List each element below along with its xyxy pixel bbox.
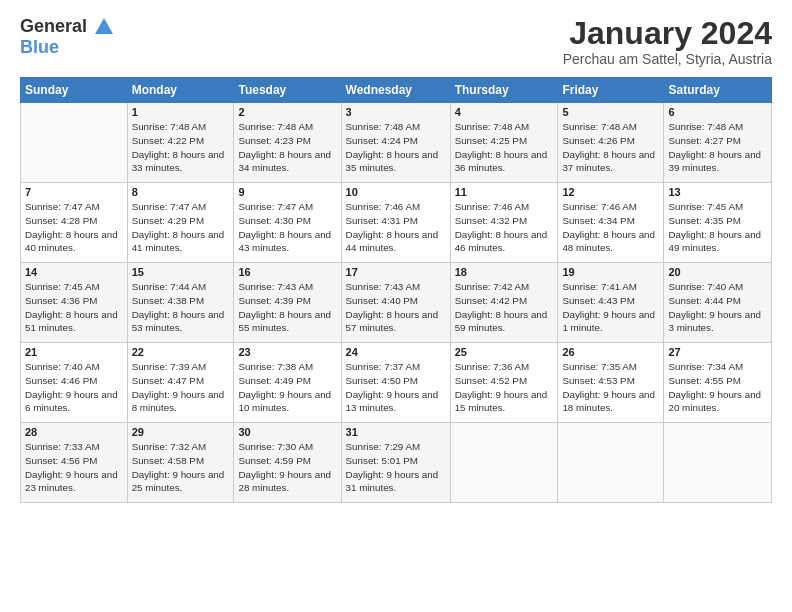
calendar-header-row: SundayMondayTuesdayWednesdayThursdayFrid…	[21, 78, 772, 103]
day-info: Sunrise: 7:30 AM Sunset: 4:59 PM Dayligh…	[238, 440, 336, 495]
sunset-text: Sunset: 4:28 PM	[25, 215, 97, 226]
calendar-header-thursday: Thursday	[450, 78, 558, 103]
calendar-cell	[21, 103, 128, 183]
day-number: 13	[668, 186, 767, 198]
daylight-text: Daylight: 9 hours and 23 minutes.	[25, 469, 118, 494]
day-number: 9	[238, 186, 336, 198]
day-number: 20	[668, 266, 767, 278]
day-number: 11	[455, 186, 554, 198]
calendar-cell: 10 Sunrise: 7:46 AM Sunset: 4:31 PM Dayl…	[341, 183, 450, 263]
daylight-text: Daylight: 8 hours and 41 minutes.	[132, 229, 225, 254]
sunrise-text: Sunrise: 7:46 AM	[346, 201, 421, 212]
day-number: 17	[346, 266, 446, 278]
day-number: 19	[562, 266, 659, 278]
calendar-cell: 12 Sunrise: 7:46 AM Sunset: 4:34 PM Dayl…	[558, 183, 664, 263]
sunset-text: Sunset: 4:50 PM	[346, 375, 418, 386]
sunrise-text: Sunrise: 7:35 AM	[562, 361, 637, 372]
calendar-cell: 15 Sunrise: 7:44 AM Sunset: 4:38 PM Dayl…	[127, 263, 234, 343]
calendar-cell: 28 Sunrise: 7:33 AM Sunset: 4:56 PM Dayl…	[21, 423, 128, 503]
daylight-text: Daylight: 8 hours and 40 minutes.	[25, 229, 118, 254]
calendar-week-1: 7 Sunrise: 7:47 AM Sunset: 4:28 PM Dayli…	[21, 183, 772, 263]
sunset-text: Sunset: 4:34 PM	[562, 215, 634, 226]
daylight-text: Daylight: 8 hours and 37 minutes.	[562, 149, 655, 174]
daylight-text: Daylight: 8 hours and 46 minutes.	[455, 229, 548, 254]
sunset-text: Sunset: 4:53 PM	[562, 375, 634, 386]
calendar-cell: 2 Sunrise: 7:48 AM Sunset: 4:23 PM Dayli…	[234, 103, 341, 183]
sunrise-text: Sunrise: 7:40 AM	[25, 361, 100, 372]
sunrise-text: Sunrise: 7:48 AM	[346, 121, 421, 132]
daylight-text: Daylight: 9 hours and 6 minutes.	[25, 389, 118, 414]
daylight-text: Daylight: 8 hours and 33 minutes.	[132, 149, 225, 174]
sunset-text: Sunset: 4:22 PM	[132, 135, 204, 146]
sunset-text: Sunset: 4:44 PM	[668, 295, 740, 306]
day-info: Sunrise: 7:48 AM Sunset: 4:22 PM Dayligh…	[132, 120, 230, 175]
day-number: 7	[25, 186, 123, 198]
calendar-cell: 30 Sunrise: 7:30 AM Sunset: 4:59 PM Dayl…	[234, 423, 341, 503]
day-info: Sunrise: 7:48 AM Sunset: 4:24 PM Dayligh…	[346, 120, 446, 175]
daylight-text: Daylight: 8 hours and 55 minutes.	[238, 309, 331, 334]
sunset-text: Sunset: 4:27 PM	[668, 135, 740, 146]
day-info: Sunrise: 7:43 AM Sunset: 4:40 PM Dayligh…	[346, 280, 446, 335]
daylight-text: Daylight: 8 hours and 57 minutes.	[346, 309, 439, 334]
month-year: January 2024	[563, 16, 772, 51]
sunrise-text: Sunrise: 7:48 AM	[668, 121, 743, 132]
calendar-cell	[664, 423, 772, 503]
calendar-cell: 14 Sunrise: 7:45 AM Sunset: 4:36 PM Dayl…	[21, 263, 128, 343]
calendar-cell: 27 Sunrise: 7:34 AM Sunset: 4:55 PM Dayl…	[664, 343, 772, 423]
day-number: 6	[668, 106, 767, 118]
sunrise-text: Sunrise: 7:47 AM	[25, 201, 100, 212]
calendar-cell: 25 Sunrise: 7:36 AM Sunset: 4:52 PM Dayl…	[450, 343, 558, 423]
logo-icon	[93, 16, 115, 38]
day-number: 10	[346, 186, 446, 198]
day-info: Sunrise: 7:33 AM Sunset: 4:56 PM Dayligh…	[25, 440, 123, 495]
day-number: 23	[238, 346, 336, 358]
daylight-text: Daylight: 9 hours and 10 minutes.	[238, 389, 331, 414]
calendar-cell: 22 Sunrise: 7:39 AM Sunset: 4:47 PM Dayl…	[127, 343, 234, 423]
day-number: 28	[25, 426, 123, 438]
calendar-cell: 7 Sunrise: 7:47 AM Sunset: 4:28 PM Dayli…	[21, 183, 128, 263]
sunrise-text: Sunrise: 7:45 AM	[25, 281, 100, 292]
sunset-text: Sunset: 4:58 PM	[132, 455, 204, 466]
day-number: 21	[25, 346, 123, 358]
sunrise-text: Sunrise: 7:45 AM	[668, 201, 743, 212]
day-number: 16	[238, 266, 336, 278]
sunset-text: Sunset: 4:26 PM	[562, 135, 634, 146]
calendar-cell: 17 Sunrise: 7:43 AM Sunset: 4:40 PM Dayl…	[341, 263, 450, 343]
sunrise-text: Sunrise: 7:34 AM	[668, 361, 743, 372]
sunrise-text: Sunrise: 7:42 AM	[455, 281, 530, 292]
daylight-text: Daylight: 9 hours and 15 minutes.	[455, 389, 548, 414]
day-info: Sunrise: 7:32 AM Sunset: 4:58 PM Dayligh…	[132, 440, 230, 495]
daylight-text: Daylight: 8 hours and 51 minutes.	[25, 309, 118, 334]
daylight-text: Daylight: 8 hours and 34 minutes.	[238, 149, 331, 174]
day-number: 3	[346, 106, 446, 118]
day-number: 24	[346, 346, 446, 358]
sunset-text: Sunset: 4:25 PM	[455, 135, 527, 146]
sunrise-text: Sunrise: 7:46 AM	[562, 201, 637, 212]
sunset-text: Sunset: 4:23 PM	[238, 135, 310, 146]
daylight-text: Daylight: 9 hours and 28 minutes.	[238, 469, 331, 494]
sunset-text: Sunset: 4:36 PM	[25, 295, 97, 306]
day-number: 1	[132, 106, 230, 118]
sunrise-text: Sunrise: 7:39 AM	[132, 361, 207, 372]
day-number: 2	[238, 106, 336, 118]
calendar-cell: 20 Sunrise: 7:40 AM Sunset: 4:44 PM Dayl…	[664, 263, 772, 343]
daylight-text: Daylight: 9 hours and 18 minutes.	[562, 389, 655, 414]
calendar-cell: 6 Sunrise: 7:48 AM Sunset: 4:27 PM Dayli…	[664, 103, 772, 183]
calendar-cell: 5 Sunrise: 7:48 AM Sunset: 4:26 PM Dayli…	[558, 103, 664, 183]
day-number: 4	[455, 106, 554, 118]
sunrise-text: Sunrise: 7:30 AM	[238, 441, 313, 452]
sunset-text: Sunset: 4:43 PM	[562, 295, 634, 306]
svg-marker-0	[95, 18, 113, 34]
day-info: Sunrise: 7:47 AM Sunset: 4:30 PM Dayligh…	[238, 200, 336, 255]
logo-blue: Blue	[20, 38, 116, 56]
day-number: 15	[132, 266, 230, 278]
calendar-cell: 19 Sunrise: 7:41 AM Sunset: 4:43 PM Dayl…	[558, 263, 664, 343]
day-info: Sunrise: 7:35 AM Sunset: 4:53 PM Dayligh…	[562, 360, 659, 415]
sunrise-text: Sunrise: 7:47 AM	[238, 201, 313, 212]
daylight-text: Daylight: 8 hours and 59 minutes.	[455, 309, 548, 334]
daylight-text: Daylight: 8 hours and 44 minutes.	[346, 229, 439, 254]
sunset-text: Sunset: 4:55 PM	[668, 375, 740, 386]
sunrise-text: Sunrise: 7:33 AM	[25, 441, 100, 452]
sunset-text: Sunset: 4:39 PM	[238, 295, 310, 306]
day-number: 14	[25, 266, 123, 278]
